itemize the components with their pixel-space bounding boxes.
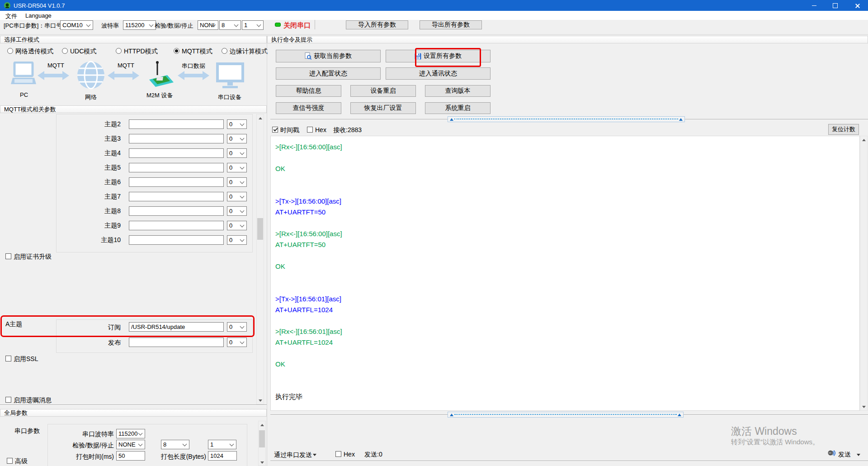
baud-select[interactable]: 115200 xyxy=(123,20,156,30)
global-parity-select[interactable]: NONE xyxy=(116,440,145,449)
radio-edge-mode[interactable] xyxy=(222,48,227,54)
topic-qos-select[interactable]: 0 xyxy=(227,134,247,143)
menu-file[interactable]: 文件 xyxy=(5,12,17,20)
scroll-down-icon[interactable] xyxy=(257,397,264,404)
chevron-down-icon xyxy=(240,238,245,242)
radio-udc-label[interactable]: UDC模式 xyxy=(70,48,96,55)
global-baud-select[interactable]: 115200 xyxy=(116,429,145,438)
topic-qos-select[interactable]: 0 xyxy=(227,235,247,245)
serial-device-icon xyxy=(216,62,244,90)
topic-input[interactable] xyxy=(129,192,224,201)
enter-comm-button[interactable]: 进入通讯状态 xyxy=(386,67,491,80)
radio-mqtt-mode[interactable] xyxy=(174,48,179,54)
scrollbar-thumb[interactable] xyxy=(257,218,263,240)
scroll-up-icon[interactable] xyxy=(257,114,264,122)
minimize-button[interactable] xyxy=(803,0,825,11)
enter-config-button[interactable]: 进入配置状态 xyxy=(276,67,381,80)
window-title: USR-DR504 V1.0.7 xyxy=(14,2,65,9)
topic-input[interactable] xyxy=(129,206,224,216)
ssl-checkbox[interactable] xyxy=(5,356,11,361)
timestamp-checkbox[interactable] xyxy=(272,127,278,133)
radio-httpd-mode[interactable] xyxy=(116,48,122,54)
advanced-checkbox[interactable] xyxy=(7,458,13,464)
log-scrollbar[interactable] xyxy=(860,136,868,411)
cert-upgrade-checkbox[interactable] xyxy=(5,253,11,259)
help-info-button[interactable]: 帮助信息 xyxy=(276,85,341,97)
topic-input[interactable] xyxy=(129,221,224,230)
maximize-button[interactable] xyxy=(825,0,846,11)
chevron-down-icon xyxy=(240,165,245,170)
packlen-input[interactable] xyxy=(208,451,237,461)
import-params-button[interactable]: 导入所有参数 xyxy=(346,20,408,29)
scroll-up-icon[interactable] xyxy=(860,136,867,143)
topic-qos-select[interactable]: 0 xyxy=(227,163,247,172)
toolbar-separator xyxy=(315,20,315,29)
device-restart-button[interactable]: 设备重启 xyxy=(350,85,416,97)
system-restart-button[interactable]: 系统重启 xyxy=(425,102,491,114)
chevron-down-icon[interactable] xyxy=(313,454,316,456)
get-params-button[interactable]: 获取当前参数 xyxy=(276,50,381,62)
topic-label: 主题4 xyxy=(59,149,121,157)
log-top-trackbar[interactable] xyxy=(448,116,685,122)
work-mode-header: 选择工作模式 xyxy=(0,36,267,43)
rx-hex-checkbox[interactable] xyxy=(307,127,313,133)
will-message-checkbox[interactable] xyxy=(5,397,11,403)
topic-input[interactable] xyxy=(129,134,224,143)
radio-transparent-mode[interactable] xyxy=(7,48,13,54)
radio-udc-mode[interactable] xyxy=(62,48,68,54)
scrollbar-thumb[interactable] xyxy=(259,430,265,447)
menu-language[interactable]: Language xyxy=(25,12,52,19)
stopbits-select[interactable]: 1 xyxy=(242,20,264,30)
radio-transparent-label[interactable]: 网络透传模式 xyxy=(15,48,53,55)
radio-mqtt-label[interactable]: MQTT模式 xyxy=(182,48,212,55)
reset-count-button[interactable]: 复位计数 xyxy=(828,124,859,135)
sent-count: 发送:0 xyxy=(364,451,382,458)
radio-edge-label[interactable]: 边缘计算模式 xyxy=(230,48,268,55)
global-databits-select[interactable]: 8 xyxy=(161,440,189,449)
link-arrow-icon xyxy=(108,70,139,81)
topic-qos-select[interactable]: 0 xyxy=(227,177,247,187)
global-panel-scrollbar[interactable] xyxy=(258,421,266,466)
export-params-button[interactable]: 导出所有参数 xyxy=(420,20,482,29)
subscribe-qos-select[interactable]: 0 xyxy=(227,322,247,332)
topic-qos-select[interactable]: 0 xyxy=(227,221,247,230)
log-bottom-trackbar[interactable] xyxy=(448,412,684,418)
query-version-button[interactable]: 查询版本 xyxy=(425,85,491,97)
topic-qos-select[interactable]: 0 xyxy=(227,192,247,201)
com-port-select[interactable]: COM10 xyxy=(60,20,93,30)
tx-hex-checkbox[interactable] xyxy=(335,451,341,457)
scroll-down-icon[interactable] xyxy=(259,459,265,466)
close-port-button[interactable]: 关闭串口 xyxy=(283,21,311,30)
scroll-up-icon[interactable] xyxy=(259,421,265,428)
databits-select[interactable]: 8 xyxy=(219,20,241,30)
subscribe-topic-input[interactable] xyxy=(129,322,224,332)
topic-input[interactable] xyxy=(129,119,224,129)
send-via-serial-dropdown[interactable]: 通过串口发送 xyxy=(274,451,312,458)
publish-qos-select[interactable]: 0 xyxy=(227,338,247,347)
scroll-down-icon[interactable] xyxy=(860,403,867,410)
send-button[interactable]: 发送 xyxy=(838,451,851,458)
topic-input[interactable] xyxy=(129,163,224,172)
topic-qos-select[interactable]: 0 xyxy=(227,148,247,158)
set-params-button[interactable]: 设置所有参数 xyxy=(386,50,491,62)
close-button[interactable] xyxy=(847,0,868,11)
log-output[interactable]: >[Rx<-][16:56:00][asc] OK >[Tx->][16:56:… xyxy=(270,136,860,411)
topic-qos-select[interactable]: 0 xyxy=(227,119,247,129)
topic-label: 主题3 xyxy=(59,135,121,142)
topic-input[interactable] xyxy=(129,177,224,187)
global-stopbits-select[interactable]: 1 xyxy=(208,440,236,449)
factory-reset-button[interactable]: 恢复出厂设置 xyxy=(350,102,416,114)
chevron-down-icon xyxy=(138,442,143,447)
topic-input[interactable] xyxy=(129,148,224,158)
topic-qos-select[interactable]: 0 xyxy=(227,206,247,216)
qos-value: 0 xyxy=(229,323,232,330)
packtime-input[interactable] xyxy=(116,451,145,461)
publish-topic-input[interactable] xyxy=(129,338,224,347)
chevron-down-icon[interactable] xyxy=(857,454,860,456)
topic-input[interactable] xyxy=(129,235,224,245)
parity-select[interactable]: NONI xyxy=(198,20,218,30)
mqtt-panel-scrollbar[interactable] xyxy=(256,114,264,404)
query-signal-button[interactable]: 查信号强度 xyxy=(276,102,341,114)
toolbar-divider xyxy=(0,34,868,35)
radio-httpd-label[interactable]: HTTPD模式 xyxy=(124,48,158,55)
